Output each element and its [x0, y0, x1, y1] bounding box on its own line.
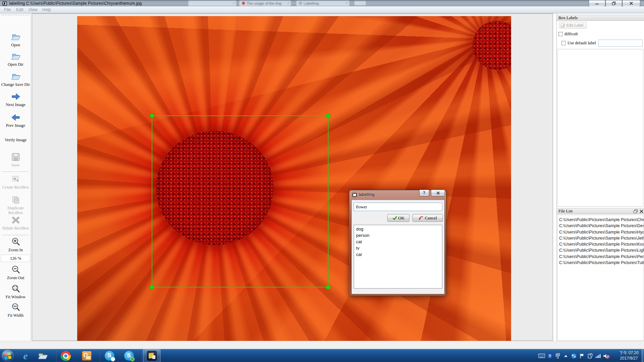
restore-button[interactable] [605, 0, 622, 6]
menu-help[interactable]: Help [42, 7, 51, 12]
difficult-checkbox[interactable] [558, 32, 563, 36]
prev-image-button[interactable]: Prev Image [0, 112, 31, 128]
file-list-item[interactable]: C:\Users\Public\Pictures\Sample Pictures… [558, 229, 644, 235]
open-dir-button[interactable]: Open Dir [0, 51, 31, 67]
taskbar-explorer[interactable] [35, 349, 51, 362]
label-option[interactable]: car [354, 251, 442, 258]
box-labels-list[interactable] [557, 49, 643, 207]
taskbar-clock[interactable]: 下午 07:20 2017/9/27 [616, 350, 642, 361]
start-button[interactable] [2, 350, 14, 362]
taskbar-skype-online[interactable] [121, 349, 137, 362]
menu-file[interactable]: File [4, 7, 11, 12]
taskbar-skype[interactable] [101, 349, 117, 362]
volume-muted-icon[interactable] [602, 352, 610, 360]
menu-view[interactable]: View [29, 7, 38, 12]
system-tray: ? [538, 349, 610, 362]
toolbar-separator [2, 171, 29, 172]
fit-width-button[interactable]: Fit Width [0, 302, 31, 318]
next-image-label: Next Image [0, 102, 31, 107]
dialog-close-button[interactable] [431, 190, 445, 196]
taskbar-internet-explorer[interactable] [17, 349, 34, 362]
close-dock-icon[interactable] [639, 209, 644, 213]
bbox-handle-bottom-right[interactable] [326, 285, 331, 290]
file-list-item[interactable]: C:\Users\Public\Pictures\Sample Pictures… [558, 260, 644, 266]
bounding-box[interactable] [152, 115, 329, 288]
label-option[interactable]: tv [354, 245, 442, 251]
label-option[interactable]: cat [354, 239, 442, 245]
annotation-canvas[interactable] [32, 13, 553, 341]
label-options-list[interactable]: dog person cat tv car [354, 225, 442, 289]
edit-label-button[interactable]: Edit Label [559, 22, 587, 29]
open-dir-folder-icon [0, 51, 31, 61]
new-tab-button[interactable] [354, 1, 366, 5]
save-button[interactable]: Save [0, 152, 31, 167]
dialog-help-button[interactable]: ? [419, 190, 429, 196]
fit-window-button[interactable]: Fit Window [0, 284, 31, 299]
file-list-item[interactable]: C:\Users\Public\Pictures\Sample Pictures… [558, 241, 644, 247]
input-method-keyboard-icon[interactable] [538, 352, 546, 360]
change-save-dir-button[interactable]: Change Save Dir [0, 71, 31, 87]
label-option[interactable]: dog [354, 226, 442, 232]
show-desktop-button[interactable] [642, 349, 644, 362]
file-list-item[interactable]: C:\Users\Public\Pictures\Sample Pictures… [558, 223, 644, 229]
title-bar[interactable]: labelImg C:\Users\Public\Pictures\Sample… [0, 0, 644, 6]
dialog-body: OK Cancel dog person cat tv car [351, 200, 445, 294]
windows-taskbar: ? 下午 07:20 [0, 349, 644, 362]
background-browser-tab[interactable]: LabelImg× [296, 0, 350, 6]
duplicate-rectbox-button[interactable]: Duplicate RectBox [0, 195, 31, 215]
action-center-flag-icon[interactable] [578, 352, 586, 360]
desktop: labelImg C:\Users\Public\Pictures\Sample… [0, 0, 644, 362]
show-hidden-icons-button[interactable] [562, 352, 570, 360]
box-labels-title: Box Labels [558, 15, 578, 20]
file-list-item[interactable]: C:\Users\Public\Pictures\Sample Pictures… [558, 247, 644, 253]
label-dialog[interactable]: labelImg ? OK Cancel dog person cat tv c… [349, 190, 446, 296]
float-dock-icon[interactable] [634, 209, 638, 213]
taskbar-chrome[interactable] [58, 349, 74, 362]
ok-button[interactable]: OK [387, 214, 409, 222]
messenger-tray-icon[interactable] [570, 352, 578, 360]
create-rectbox-label: Create RectBox [0, 185, 31, 190]
file-list[interactable]: C:\Users\Public\Pictures\Sample Pictures… [557, 215, 644, 341]
use-default-label-checkbox[interactable] [561, 41, 566, 45]
menu-edit[interactable]: Edit [16, 7, 23, 12]
background-browser-tab[interactable]: The usage of the img× [239, 0, 291, 6]
window-tray-icon[interactable] [554, 352, 562, 360]
zoom-in-button[interactable]: Zoom In [0, 237, 31, 252]
taskbar-outlook[interactable] [79, 349, 95, 362]
default-label-input[interactable] [598, 40, 643, 47]
help-tray-icon[interactable]: ? [546, 352, 554, 360]
edit-pencil-icon [561, 23, 565, 28]
file-list-item[interactable]: C:\Users\Public\Pictures\Sample Pictures… [558, 217, 644, 223]
network-signal-icon[interactable] [594, 352, 602, 360]
cancel-button[interactable]: Cancel [412, 214, 443, 222]
bbox-handle-top-left[interactable] [150, 113, 154, 118]
skype-icon [105, 351, 114, 361]
minimize-button[interactable] [589, 0, 605, 6]
taskbar-labelimg[interactable] [143, 349, 160, 362]
file-list-item[interactable]: C:\Users\Public\Pictures\Sample Pictures… [558, 235, 644, 241]
status-bar [0, 341, 644, 349]
close-button[interactable] [622, 0, 640, 6]
fit-width-label: Fit Width [0, 313, 31, 318]
delete-rectbox-button[interactable]: Delete RectBox [0, 215, 31, 230]
open-button[interactable]: Open [0, 32, 31, 47]
label-input[interactable] [354, 203, 442, 211]
file-list-item[interactable]: C:\Users\Public\Pictures\Sample Pictures… [558, 254, 644, 260]
zoom-out-button[interactable]: Zoom Out [0, 265, 31, 280]
toolbar-drag-handle[interactable] [1, 14, 30, 15]
verify-image-button[interactable]: Verify Image [0, 127, 31, 142]
dialog-app-icon [352, 193, 357, 197]
outlook-icon [82, 351, 92, 361]
zoom-percent-spinbox[interactable]: 126 % [1, 255, 30, 262]
next-image-button[interactable]: Next Image [0, 92, 31, 107]
file-list-header[interactable]: File List [557, 208, 644, 214]
box-labels-header[interactable]: Box Labels [557, 15, 644, 21]
background-browser-tab[interactable]: × [188, 0, 237, 6]
create-rectbox-button[interactable]: Create RectBox [0, 174, 31, 190]
device-tray-icon[interactable] [586, 352, 594, 360]
bbox-handle-top-right[interactable] [326, 113, 331, 118]
label-option[interactable]: person [354, 232, 442, 239]
bbox-handle-bottom-left[interactable] [150, 285, 154, 290]
open-label: Open [0, 43, 31, 47]
taskbar-divider [141, 350, 142, 362]
